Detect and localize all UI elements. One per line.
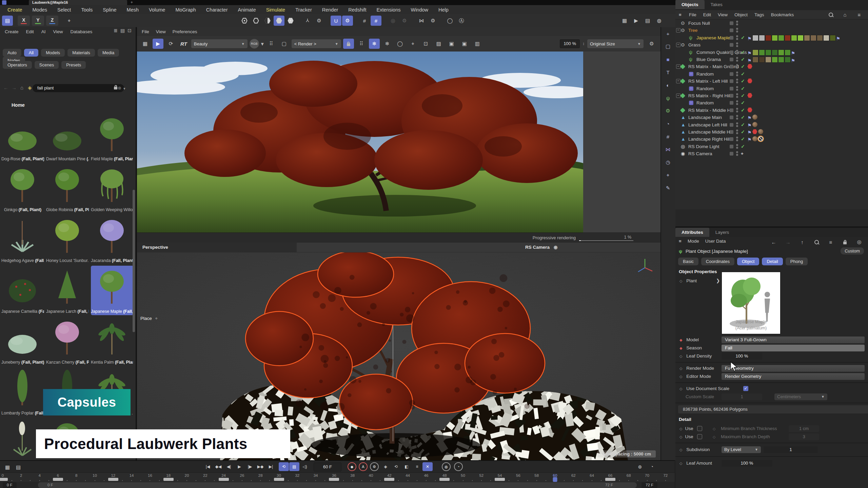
dotgrid-icon[interactable]: ⠿ <box>266 39 277 49</box>
material-swatch[interactable] <box>785 57 791 63</box>
menu-mograph[interactable]: MoGraph <box>175 7 196 13</box>
plant-tool-icon[interactable]: ψ <box>662 93 674 103</box>
keyframe-marker-6[interactable] <box>53 478 63 481</box>
rect-select-icon[interactable]: ▢ <box>662 41 674 52</box>
material-sphere-icon[interactable]: ◍ <box>654 16 665 26</box>
snapshot-global-icon[interactable]: ❄ <box>382 39 393 49</box>
target-settings-icon[interactable]: ⚙ <box>399 16 410 26</box>
prev-frame-button[interactable]: ◀| <box>224 462 234 471</box>
layer-swatch[interactable] <box>730 137 733 141</box>
keyframe-marker-36[interactable] <box>329 478 339 481</box>
section-tab-object[interactable]: Object <box>737 258 760 265</box>
layout-tab[interactable]: Laubwerk@Maple16 <box>29 0 127 5</box>
object-row-rs-matrix-middle-hill[interactable]: RS Matrix - Middle Hill✓ <box>675 107 868 114</box>
objects-menu-bookmarks[interactable]: Bookmarks <box>771 12 794 17</box>
object-row-random[interactable]: ∷Random✓ <box>675 99 868 106</box>
grid-dots-icon[interactable]: ⠿ <box>356 39 367 49</box>
custom-button[interactable]: Custom <box>841 247 864 255</box>
perspective-label[interactable]: Perspective <box>137 243 297 252</box>
material-swatch[interactable] <box>765 57 771 63</box>
asset-tile-japanese-maple[interactable]: Japanese Maple (Fall, ... <box>91 266 133 315</box>
render-target-dropdown[interactable]: < Render >▼ <box>292 39 341 48</box>
enabled-check-icon[interactable]: ✓ <box>741 92 745 99</box>
filter-tab-scenes[interactable]: Scenes <box>35 61 59 69</box>
perspective-viewport[interactable]: Perspective RS Camera ◉ Place ⌖ Grid Spa… <box>137 243 660 460</box>
camera-target-icon[interactable]: ⌖ <box>741 150 744 157</box>
section-tab-detail[interactable]: Detail <box>762 258 783 265</box>
search-icon[interactable] <box>825 11 836 18</box>
object-row-rs-matrix-right-hill[interactable]: −RS Matrix - Right Hill✓ <box>675 92 868 99</box>
key-scale-button[interactable]: ◧ <box>401 462 412 471</box>
visibility-dots[interactable] <box>736 115 738 120</box>
redshift-tag-icon[interactable] <box>747 78 752 83</box>
keyframe-marker-24[interactable] <box>219 478 229 481</box>
grid-tool-icon[interactable]: # <box>662 131 674 142</box>
range-slider[interactable]: 0 F 72 F <box>38 482 637 488</box>
layer-swatch[interactable] <box>730 65 733 68</box>
asset-tile-globe-robinia[interactable]: Globe Robinia (Fall, Pl... <box>46 164 89 214</box>
tab-takes[interactable]: Takes <box>705 0 729 9</box>
filter-tab-operators[interactable]: Operators <box>3 61 32 69</box>
range-end-field[interactable]: 72 F <box>642 482 657 488</box>
key-rotation-button[interactable]: ⟲ <box>391 462 401 471</box>
assets-menu-ai[interactable]: AI <box>41 29 46 34</box>
range-start-field[interactable]: 0 F <box>3 482 17 488</box>
layer-swatch[interactable] <box>730 94 733 98</box>
visibility-dots[interactable] <box>736 72 738 77</box>
asset-tile-field-maple[interactable]: Field Maple (Fall, Plant) <box>91 113 133 163</box>
material-tag-icon[interactable] <box>758 129 763 134</box>
goto-start-button[interactable]: |◀ <box>203 462 213 471</box>
layer-swatch[interactable] <box>730 145 733 148</box>
clipboard-button[interactable]: ▤ <box>289 462 299 471</box>
up-icon[interactable]: ↑ <box>797 239 808 245</box>
visibility-dots[interactable] <box>736 57 738 62</box>
record-key-button[interactable]: ◆ <box>348 462 356 471</box>
renderview-menu-preferences[interactable]: Preferences <box>173 29 197 34</box>
layer-swatch[interactable] <box>730 123 733 127</box>
magnet-tool-icon[interactable]: U <box>331 16 341 26</box>
material-swatch[interactable] <box>823 35 829 41</box>
asset-tile-japanese-larch[interactable]: Japanese Larch (Fall, Pl... <box>46 266 89 315</box>
target-icon[interactable]: ◎ <box>388 16 398 26</box>
material-swatch[interactable] <box>752 57 758 63</box>
shading-outline-icon[interactable] <box>251 16 261 26</box>
enabled-check-icon[interactable]: ✓ <box>741 85 745 92</box>
visibility-dots[interactable] <box>736 35 738 41</box>
object-row-rs-camera[interactable]: ◉RS Camera⌖ <box>675 150 868 157</box>
asset-tile-kentia-palm[interactable]: Kentia Palm (Fall, Plant) <box>91 317 133 366</box>
menu-spline[interactable]: Spline <box>103 7 116 13</box>
attributes-hamburger-icon[interactable]: ≡ <box>679 239 682 244</box>
visibility-dots[interactable] <box>736 129 738 135</box>
audio-button[interactable]: ◁) <box>300 462 310 471</box>
focus-icon[interactable]: ⌖ <box>408 39 418 49</box>
nav-back-icon[interactable]: ← <box>3 85 8 90</box>
asset-tile-juneberry[interactable]: Juneberry (Fall, Plant) <box>1 317 44 366</box>
render-pass-dropdown[interactable]: Beauty▼ <box>191 39 248 48</box>
visibility-dots[interactable] <box>736 93 738 99</box>
shading-filled-icon[interactable] <box>274 16 284 26</box>
objects-menu-tags[interactable]: Tags <box>754 12 764 17</box>
protractor-tool-icon[interactable]: ◔ <box>662 118 674 129</box>
filter-tab-presets[interactable]: Presets <box>61 61 86 69</box>
menu-extensions[interactable]: Extensions <box>377 7 401 13</box>
asset-tile-honey-locust-sunbur-[interactable]: Honey Locust 'Sunbur... <box>46 215 89 264</box>
lock-icon[interactable] <box>343 39 354 49</box>
undo-panel-icon[interactable]: ▤ <box>2 16 13 26</box>
joint-settings-icon[interactable]: ⚙ <box>314 16 324 26</box>
phong-tag-icon[interactable]: ⚑ <box>791 50 795 55</box>
material-swatch[interactable] <box>765 49 771 56</box>
timeline-ruler[interactable]: 0246810121416182022242628303234363840424… <box>0 472 675 482</box>
material-swatch[interactable] <box>791 35 797 41</box>
snapshot-icon[interactable]: ❄ <box>369 39 380 49</box>
image-list-icon[interactable]: ▥ <box>472 39 483 49</box>
object-row-rs-matrix-left-hill[interactable]: −RS Matrix - Left Hill✓ <box>675 78 868 85</box>
menu-redshift[interactable]: Redshift <box>348 7 366 13</box>
axis-tool-icon[interactable]: ⌖ <box>64 16 75 26</box>
refresh-icon[interactable]: ⟳ <box>165 39 176 49</box>
asset-tile-kanzan-cherry[interactable]: Kanzan Cherry (Fall, Pl... <box>46 317 89 366</box>
editor-mode-dropdown[interactable]: Render Geometry <box>722 373 865 380</box>
image-add-icon[interactable]: ▣ <box>459 39 470 49</box>
phong-tag-icon[interactable]: ⚑ <box>747 35 752 40</box>
lock-icon[interactable] <box>114 85 117 90</box>
layer-swatch[interactable] <box>730 43 733 47</box>
